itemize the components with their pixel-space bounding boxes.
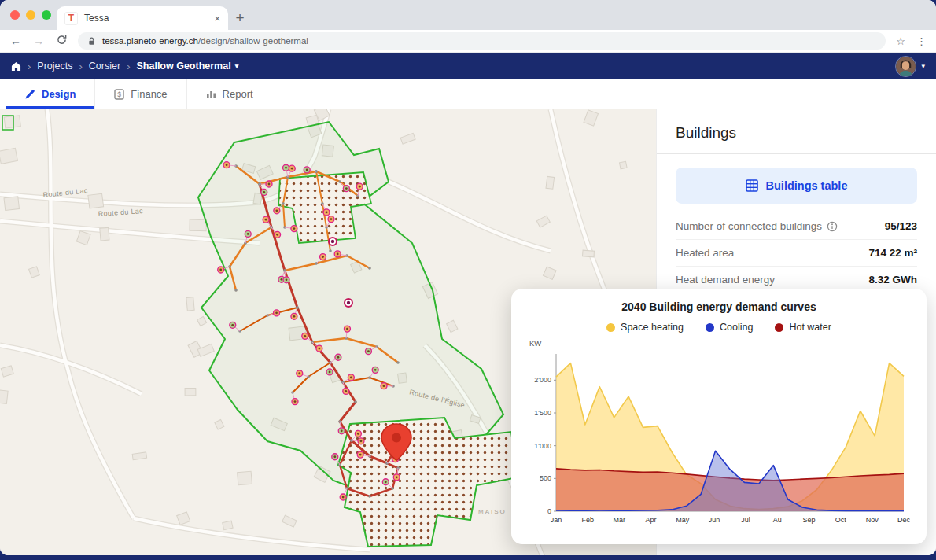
breadcrumb-current-project[interactable]: Shallow Geothermal ▾ <box>136 61 238 72</box>
chart-title: 2040 Building energy demand curves <box>526 300 912 313</box>
stat-heated-area: Heated area 714 22 m² <box>676 240 917 267</box>
back-button[interactable]: ← <box>9 35 22 47</box>
svg-text:Oct: Oct <box>835 516 847 524</box>
legend-hot-water: Hot water <box>775 322 831 333</box>
forward-button[interactable]: → <box>32 35 45 47</box>
svg-text:Dec: Dec <box>897 516 910 524</box>
svg-text:500: 500 <box>540 474 551 482</box>
breadcrumb-projects[interactable]: Projects <box>37 61 72 72</box>
window-controls <box>10 10 51 20</box>
close-window-button[interactable] <box>10 10 20 20</box>
project-tab-nav: Design $ Finance Report <box>0 79 936 109</box>
svg-text:0: 0 <box>547 507 551 515</box>
panel-title: Buildings <box>657 109 936 154</box>
maximize-window-button[interactable] <box>42 10 51 20</box>
svg-text:Nov: Nov <box>866 516 879 524</box>
browser-tab-strip: T Tessa × + <box>0 0 936 30</box>
stat-value: 714 22 m² <box>868 247 917 259</box>
home-icon[interactable] <box>11 61 21 72</box>
y-axis-unit-label: KW <box>529 339 912 348</box>
user-avatar[interactable] <box>895 56 916 77</box>
chart-legend: Space heating Cooling Hot water <box>526 322 912 333</box>
svg-text:2'000: 2'000 <box>534 376 551 384</box>
svg-text:1'000: 1'000 <box>534 442 551 450</box>
svg-text:Mar: Mar <box>614 516 626 524</box>
breadcrumb-corsier[interactable]: Corsier <box>89 61 120 72</box>
buildings-table-button[interactable]: Buildings table <box>676 168 917 204</box>
chevron-down-icon: ▾ <box>235 62 239 70</box>
browser-window: T Tessa × + ← → tessa.planeto-energy.ch/… <box>0 0 936 555</box>
legend-dot-icon <box>606 323 615 332</box>
tab-finance[interactable]: $ Finance <box>94 79 186 109</box>
svg-text:Au: Au <box>773 516 782 524</box>
breadcrumb-separator: › <box>127 61 130 72</box>
pencil-icon <box>25 89 35 99</box>
user-menu-caret-icon[interactable]: ▾ <box>921 62 925 70</box>
tab-design[interactable]: Design <box>6 79 94 109</box>
stat-value: 8.32 GWh <box>868 274 917 286</box>
legend-cooling: Cooling <box>706 322 753 333</box>
tessa-favicon: T <box>64 12 78 25</box>
main-content: Route du LacRoute du LacRoute de l'Églis… <box>0 109 936 555</box>
url-domain: tessa.planeto-energy.ch <box>102 36 198 46</box>
svg-text:May: May <box>676 516 690 524</box>
energy-demand-chart-card: 2040 Building energy demand curves Space… <box>511 289 927 544</box>
legend-dot-icon <box>706 323 714 332</box>
browser-tab[interactable]: T Tessa × <box>57 6 228 30</box>
svg-text:Jan: Jan <box>551 516 562 524</box>
close-tab-icon[interactable]: × <box>214 13 220 24</box>
dollar-icon: $ <box>114 89 124 100</box>
svg-text:Jun: Jun <box>709 516 720 524</box>
info-icon[interactable] <box>827 221 838 232</box>
bar-chart-icon <box>206 89 216 99</box>
browser-menu-icon[interactable]: ⋮ <box>916 35 927 47</box>
svg-text:Feb: Feb <box>581 516 594 524</box>
reload-button[interactable] <box>55 35 68 47</box>
table-grid-icon <box>746 179 758 192</box>
legend-space-heating: Space heating <box>606 322 684 333</box>
svg-text:Jul: Jul <box>741 516 750 524</box>
svg-text:Apr: Apr <box>646 516 657 524</box>
new-tab-button[interactable]: + <box>228 6 252 30</box>
tab-title: Tessa <box>84 13 109 24</box>
stat-value: 95/123 <box>885 220 917 232</box>
avatar-image <box>896 57 916 76</box>
svg-text:Sep: Sep <box>802 516 815 524</box>
legend-dot-icon <box>775 323 783 332</box>
svg-text:$: $ <box>117 90 121 98</box>
breadcrumb-separator: › <box>79 61 83 72</box>
minimize-window-button[interactable] <box>26 10 35 20</box>
bookmark-star-icon[interactable]: ☆ <box>896 35 905 47</box>
reload-icon <box>57 35 67 45</box>
url-path: /design/shallow-geothermal <box>198 36 308 46</box>
lock-icon <box>87 36 96 46</box>
stat-connected-buildings: Number of connected buildings 95/123 <box>676 213 917 240</box>
browser-url-bar: ← → tessa.planeto-energy.ch/design/shall… <box>0 30 936 53</box>
demand-chart: 05001'0001'5002'000JanFebMarAprMayJunJul… <box>526 348 910 527</box>
breadcrumb-separator: › <box>28 61 31 72</box>
app-header: › Projects › Corsier › Shallow Geotherma… <box>0 53 936 79</box>
tab-report[interactable]: Report <box>186 79 272 109</box>
svg-text:MAISO: MAISO <box>478 508 507 515</box>
svg-text:1'500: 1'500 <box>534 409 551 417</box>
address-bar[interactable]: tessa.planeto-energy.ch/design/shallow-g… <box>78 32 886 50</box>
